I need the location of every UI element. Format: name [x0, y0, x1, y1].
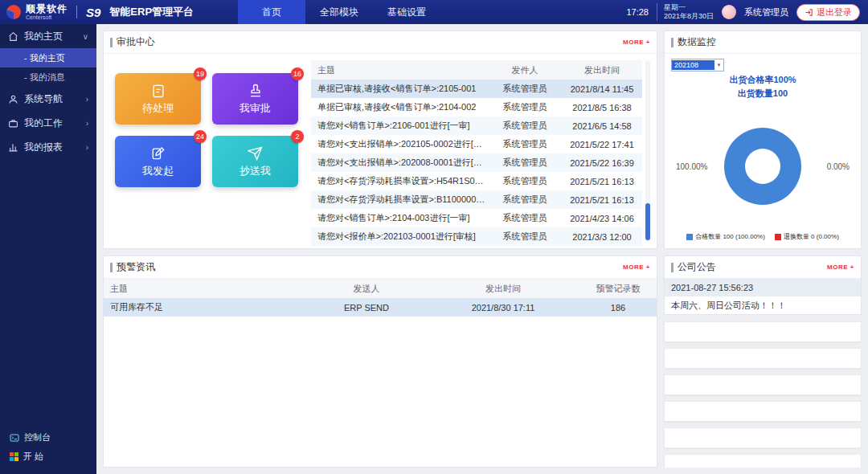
- sidebar-subitem-my-home[interactable]: 我的主页: [0, 48, 96, 67]
- donut-ring[interactable]: [724, 128, 801, 205]
- approval-panel-header: 审批中心 MORE +: [104, 31, 657, 54]
- tile-label: 我审批: [240, 101, 271, 116]
- period-select[interactable]: 202108 ▾: [671, 59, 724, 72]
- monitor-panel-body: 202108 ▾ 出货合格率100% 出货数量100 100.00% 0.00%…: [665, 54, 861, 248]
- legend-item-pass: 合格数量 100 (100.00%): [686, 232, 765, 241]
- row-time: 2021/8/5 16:38: [562, 103, 642, 112]
- sidebar-item-label: 我的工作: [24, 116, 63, 130]
- alerts-panel: 预警资讯 MORE + 主题 发送人 发出时间 预警记录数 可用库存不足 ERP…: [103, 255, 657, 468]
- row-time: 2021/6/5 14:58: [562, 121, 642, 131]
- approval-table-header: 主题 发件人 发出时间: [311, 60, 642, 80]
- table-row[interactable]: 请您对<销售订单>:2104-003进行[一审] 系统管理员 2021/4/23…: [311, 209, 642, 227]
- chevron-right-icon: ›: [86, 95, 88, 104]
- stamp-icon: [248, 83, 264, 99]
- user-avatar[interactable]: [722, 5, 736, 19]
- approval-scrollbar[interactable]: [645, 60, 650, 242]
- tile-label: 抄送我: [240, 164, 271, 178]
- row-subject: 请您对<支出报销单>:202008-0001进行[审核]: [311, 157, 488, 169]
- scrollbar-thumb[interactable]: [645, 203, 650, 240]
- alerts-panel-title: 预警资讯: [110, 260, 155, 274]
- row-time: 2021/8/14 11:45: [562, 84, 642, 94]
- row-time: 2021/4/23 14:06: [562, 214, 642, 223]
- donut-label-right: 0.00%: [827, 162, 850, 171]
- sidebar: 我的主页 ∨ 我的主页 我的消息 系统导航 › 我的工作 › 我的报表 › 控制…: [0, 24, 96, 474]
- empty-list-item: [664, 348, 862, 369]
- row-subject: 单据已审核,请接收<销售订单>:2104-002: [311, 101, 488, 113]
- table-row[interactable]: 请您对<支出报销单>:202008-0001进行[审核] 系统管理员 2021/…: [311, 153, 642, 172]
- table-row[interactable]: 请您对<报价单>:202103-0001进行[审核] 系统管理员 2021/3/…: [311, 227, 642, 246]
- table-row[interactable]: 请您对<支出报销单>:202105-0002进行[审核] 系统管理员 2021/…: [311, 135, 642, 153]
- main-content: 审批中心 MORE + 19 待处理 16 我审批 24: [96, 24, 868, 474]
- tile-my-approvals[interactable]: 16 我审批: [212, 73, 298, 125]
- notice-content[interactable]: 本周六、周日公司活动！！！: [665, 296, 861, 314]
- pass-rate-text: 出货合格率100%: [671, 73, 854, 87]
- tab-home[interactable]: 首页: [238, 0, 305, 24]
- sidebar-item-my-work[interactable]: 我的工作 ›: [0, 111, 96, 135]
- tile-initiated-by-me[interactable]: 24 我发起: [115, 136, 201, 187]
- row-time: 2021/5/22 17:41: [562, 140, 642, 149]
- empty-list-item: [664, 454, 862, 468]
- legend-swatch-blue: [686, 234, 693, 240]
- table-row[interactable]: 请您对<存货浮动耗损率设置>:B11000001进行[审核] 系统管理员 202…: [311, 190, 642, 209]
- row-subject: 请您对<存货浮动耗损率设置>:B11000001进行[审核]: [311, 194, 488, 206]
- sidebar-item-label: 我的主页: [24, 30, 63, 43]
- sidebar-subitem-my-messages[interactable]: 我的消息: [0, 67, 96, 87]
- alert-row[interactable]: 可用库存不足 ERP SEND 2021/8/30 17:11 186: [104, 298, 657, 317]
- column-header-time: 发出时间: [562, 64, 642, 76]
- row-sender: 系统管理员: [488, 175, 562, 187]
- row-sender: 系统管理员: [488, 194, 562, 206]
- notice-more-link[interactable]: MORE +: [827, 264, 854, 271]
- sidebar-bottom: 控制台 开 始: [0, 425, 96, 474]
- alert-record-count: 186: [579, 303, 657, 313]
- brand-logo-icon: [6, 5, 21, 19]
- notice-datetime[interactable]: 2021-08-27 15:56:23: [665, 279, 861, 296]
- row-subject: 请您对<销售订单>:2104-003进行[一审]: [311, 212, 488, 224]
- legend-label: 退换数量 0 (0.00%): [784, 232, 839, 241]
- pending-count-badge: 19: [194, 67, 207, 80]
- table-row[interactable]: 单据已审核,请接收<销售订单>:2104-002 系统管理员 2021/8/5 …: [311, 98, 642, 116]
- column-header-sender: 发送人: [306, 283, 427, 295]
- tab-basic-settings[interactable]: 基础设置: [373, 0, 440, 24]
- approval-panel-title: 审批中心: [110, 35, 155, 49]
- dropdown-arrow-icon: ▾: [714, 62, 723, 68]
- clipboard-clock-icon: [150, 83, 166, 99]
- monitor-panel-title: 数据监控: [671, 35, 716, 49]
- tab-all-modules[interactable]: 全部模块: [305, 0, 373, 24]
- table-row[interactable]: 请您对<销售订单>:2106-001进行[一审] 系统管理员 2021/6/5 …: [311, 116, 642, 135]
- company-notice-panel: 公司公告 MORE + 2021-08-27 15:56:23 本周六、周日公司…: [664, 255, 862, 315]
- weekday-label: 星期一: [664, 3, 714, 12]
- tile-pending[interactable]: 19 待处理: [115, 73, 201, 125]
- approval-tiles: 19 待处理 16 我审批 24 我发起 2: [115, 73, 298, 242]
- table-row[interactable]: 单据已审核,请接收<销售订单>:2105-001 系统管理员 2021/8/14…: [311, 80, 642, 98]
- cc-count-badge: 2: [291, 130, 304, 143]
- sidebar-item-my-home[interactable]: 我的主页 ∨: [0, 24, 96, 48]
- notice-empty-rows: [664, 321, 862, 468]
- approval-center-panel: 审批中心 MORE + 19 待处理 16 我审批 24: [103, 31, 657, 249]
- sidebar-item-system-nav[interactable]: 系统导航 ›: [0, 87, 96, 111]
- approval-more-link[interactable]: MORE +: [623, 39, 650, 46]
- right-column: 数据监控 202108 ▾ 出货合格率100% 出货数量100 100.00% …: [664, 31, 862, 468]
- empty-list-item: [664, 321, 862, 342]
- chevron-down-icon: ∨: [83, 32, 88, 41]
- brand-name: 顺景软件 Centersoft: [26, 4, 68, 21]
- alerts-more-link[interactable]: MORE +: [623, 264, 650, 271]
- row-sender: 系统管理员: [488, 101, 562, 113]
- row-subject: 请您对<报价单>:202103-0001进行[审核]: [311, 231, 488, 243]
- row-sender: 系统管理员: [488, 138, 562, 150]
- paper-plane-icon: [248, 145, 264, 161]
- row-subject: 请您对<支出报销单>:202105-0002进行[审核]: [311, 138, 488, 150]
- legend-item-return: 退换数量 0 (0.00%): [775, 232, 839, 241]
- topbar-right: 17:28 星期一 2021年8月30日 系统管理员 退出登录: [626, 3, 868, 22]
- sidebar-item-my-reports[interactable]: 我的报表 ›: [0, 135, 96, 159]
- tile-cc-to-me[interactable]: 2 抄送我: [212, 136, 298, 187]
- period-select-value: 202108: [672, 60, 714, 70]
- date-block: 星期一 2021年8月30日: [657, 3, 714, 22]
- tile-label: 待处理: [142, 101, 174, 116]
- tile-label: 我发起: [142, 164, 174, 178]
- table-row[interactable]: 请您对<存货浮动耗损率设置>:H54R1S006002进行[审核] 系统管理员 …: [311, 172, 642, 190]
- legend-label: 合格数量 100 (100.00%): [695, 232, 765, 241]
- topbar: 顺景软件 Centersoft S9 智能ERP管理平台 首页 全部模块 基础设…: [0, 0, 868, 24]
- start-button[interactable]: 开 始: [10, 451, 87, 463]
- logout-button[interactable]: 退出登录: [796, 4, 860, 21]
- console-button[interactable]: 控制台: [10, 431, 87, 443]
